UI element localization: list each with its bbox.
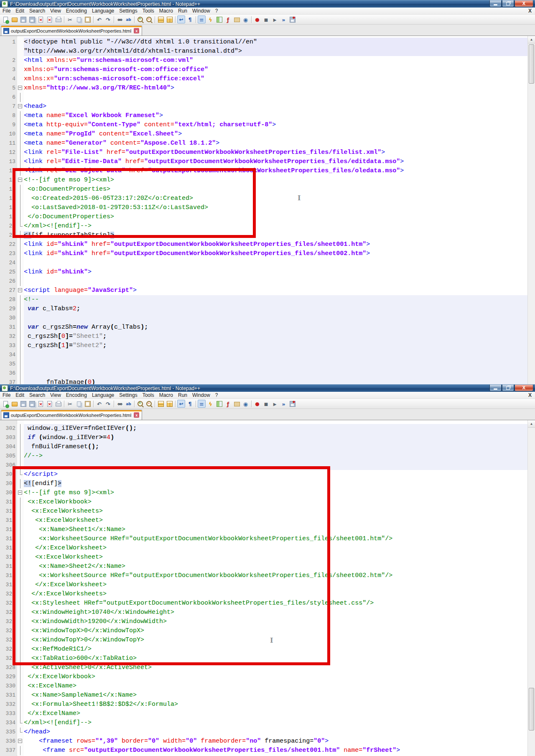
undo-icon[interactable]: [95, 15, 103, 23]
menu-item-window[interactable]: Window: [190, 392, 213, 399]
macro-record-icon[interactable]: [253, 400, 261, 408]
tab-close-icon[interactable]: x: [134, 412, 139, 418]
minimize-button[interactable]: [489, 385, 502, 391]
fold-margin-cell[interactable]: [17, 304, 24, 314]
tab-close-icon[interactable]: x: [134, 28, 139, 33]
close-button[interactable]: X: [515, 0, 533, 7]
macro-save-icon[interactable]: [288, 15, 296, 23]
copy-icon[interactable]: [75, 400, 83, 408]
show-all-chars-icon[interactable]: [186, 15, 194, 23]
menu-item-file[interactable]: File: [0, 8, 13, 15]
menu-item-view[interactable]: View: [48, 8, 64, 15]
save-file-icon[interactable]: [19, 15, 27, 23]
menu-item-tools[interactable]: Tools: [140, 8, 157, 15]
menu-item-file[interactable]: File: [0, 392, 13, 399]
macro-run-icon[interactable]: [280, 15, 288, 23]
fold-margin-cell[interactable]: [17, 157, 24, 166]
macro-save-icon[interactable]: [288, 400, 296, 408]
menu-item-macro[interactable]: Macro: [157, 8, 176, 15]
fold-margin-cell[interactable]: [17, 691, 24, 700]
fold-margin-cell[interactable]: [17, 728, 24, 737]
macro-stop-icon[interactable]: [262, 15, 270, 23]
fold-margin-cell[interactable]: [17, 737, 24, 746]
doc-monitor-icon[interactable]: [242, 15, 250, 23]
fold-margin-cell[interactable]: [17, 378, 24, 384]
fold-margin-cell[interactable]: [17, 295, 24, 304]
fold-margin-cell[interactable]: [17, 139, 24, 148]
macro-play-icon[interactable]: [271, 15, 279, 23]
macro-play-icon[interactable]: [271, 400, 279, 408]
print-icon[interactable]: [54, 15, 62, 23]
folder-workspace-icon[interactable]: [233, 15, 241, 23]
new-file-icon[interactable]: [2, 400, 10, 408]
show-all-chars-icon[interactable]: [186, 400, 194, 408]
fold-margin-cell[interactable]: [17, 240, 24, 249]
fold-margin-cell[interactable]: [17, 38, 24, 47]
replace-icon[interactable]: [125, 400, 132, 408]
fold-collapse-icon[interactable]: [18, 739, 22, 743]
restore-button[interactable]: [502, 385, 514, 391]
sync-vertical-icon[interactable]: [157, 15, 165, 23]
fold-margin-cell[interactable]: [17, 746, 24, 755]
function-list-icon[interactable]: [224, 400, 232, 408]
fold-margin-cell[interactable]: [17, 56, 24, 65]
open-file-icon[interactable]: [10, 400, 18, 408]
fold-margin-cell[interactable]: [17, 65, 24, 74]
folder-workspace-icon[interactable]: [233, 400, 241, 408]
save-file-icon[interactable]: [19, 400, 27, 408]
scroll-up-icon[interactable]: ▲: [528, 36, 535, 43]
fold-margin-cell[interactable]: [17, 258, 24, 268]
fold-margin-cell[interactable]: [17, 332, 24, 341]
function-list-icon[interactable]: [224, 15, 232, 23]
fold-margin-cell[interactable]: [17, 314, 24, 323]
fold-margin-cell[interactable]: [17, 424, 24, 433]
redo-icon[interactable]: [104, 15, 112, 23]
word-wrap-icon[interactable]: [177, 400, 185, 408]
fold-margin-cell[interactable]: [17, 433, 24, 442]
fold-margin-cell[interactable]: [17, 682, 24, 691]
new-file-icon[interactable]: [2, 15, 10, 23]
fold-margin-cell[interactable]: [17, 130, 24, 139]
fold-margin-cell[interactable]: [17, 277, 24, 286]
menu-item-[interactable]: ?: [213, 392, 221, 399]
tab-active-document[interactable]: outputExportDocumentWorkbookWorksheetPro…: [1, 410, 142, 420]
fold-collapse-icon[interactable]: [18, 86, 22, 90]
fold-collapse-icon[interactable]: [18, 104, 22, 108]
fold-margin-cell[interactable]: [17, 102, 24, 111]
minimize-button[interactable]: [489, 0, 502, 7]
macro-run-icon[interactable]: [280, 400, 288, 408]
menu-item-[interactable]: ?: [213, 8, 221, 15]
close-all-icon[interactable]: [46, 15, 54, 23]
indent-guide-icon[interactable]: [198, 400, 206, 408]
fold-margin-cell[interactable]: [17, 111, 24, 120]
vertical-scrollbar[interactable]: ▲: [527, 36, 535, 384]
fold-margin-cell[interactable]: [17, 47, 24, 56]
sync-horizontal-icon[interactable]: [166, 400, 173, 408]
shortcut-mapper-icon[interactable]: [206, 15, 214, 23]
zoom-in-icon[interactable]: [136, 15, 144, 23]
zoom-out-icon[interactable]: [145, 400, 153, 408]
menu-close-button[interactable]: X: [528, 8, 532, 14]
fold-margin-cell[interactable]: [17, 718, 24, 728]
fold-margin-cell[interactable]: [17, 268, 24, 277]
menu-item-language[interactable]: Language: [89, 392, 117, 399]
menu-item-window[interactable]: Window: [190, 8, 213, 15]
fold-margin-cell[interactable]: [17, 286, 24, 295]
close-file-icon[interactable]: [37, 15, 45, 23]
fold-margin-cell[interactable]: [17, 452, 24, 461]
menu-item-run[interactable]: Run: [176, 8, 190, 15]
copy-icon[interactable]: [75, 15, 83, 23]
macro-record-icon[interactable]: [253, 15, 261, 23]
scroll-up-icon[interactable]: ▲: [528, 420, 535, 428]
menu-item-tools[interactable]: Tools: [140, 392, 157, 399]
doc-monitor-icon[interactable]: [242, 400, 250, 408]
scrollbar-thumb[interactable]: [529, 688, 534, 730]
menu-item-encoding[interactable]: Encoding: [64, 392, 89, 399]
fold-margin-cell[interactable]: [17, 249, 24, 258]
shortcut-mapper-icon[interactable]: [206, 400, 214, 408]
fold-margin-cell[interactable]: [17, 369, 24, 378]
save-all-icon[interactable]: [28, 15, 36, 23]
fold-margin-cell[interactable]: [17, 84, 24, 93]
fold-margin-cell[interactable]: [17, 93, 24, 102]
sync-horizontal-icon[interactable]: [166, 15, 173, 23]
